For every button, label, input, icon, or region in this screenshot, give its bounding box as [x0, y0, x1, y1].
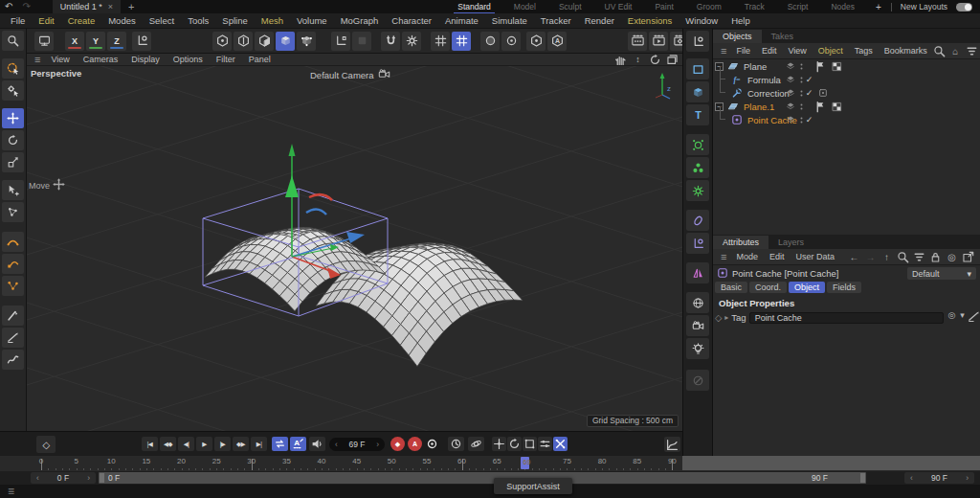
- checker-badge[interactable]: [831, 101, 843, 112]
- object-row-plane-1[interactable]: −Plane.1: [713, 100, 980, 113]
- expand-caret-icon[interactable]: ▸: [724, 313, 728, 322]
- panel-menu-edit[interactable]: Edit: [764, 249, 791, 265]
- filter-icon[interactable]: [913, 251, 925, 263]
- spinner-inc-icon[interactable]: ›: [966, 473, 969, 483]
- preset-dropdown[interactable]: Default ▾: [907, 267, 976, 280]
- jump-start-button[interactable]: |◀: [142, 437, 158, 451]
- menu-spline[interactable]: Spline: [215, 13, 254, 29]
- check-badge[interactable]: ✓: [803, 114, 815, 125]
- keyframe-dot-icon[interactable]: ◇: [715, 312, 722, 323]
- document-tab[interactable]: Untitled 1 * ×: [53, 0, 121, 13]
- menu-character[interactable]: Character: [385, 13, 438, 29]
- layout-tab-groom[interactable]: Groom: [685, 0, 733, 14]
- frame-decrement[interactable]: ‹: [335, 440, 338, 449]
- search-icon[interactable]: [897, 251, 909, 263]
- cloner-object-button[interactable]: [686, 157, 709, 178]
- jump-end-button[interactable]: ▶|: [251, 437, 267, 451]
- viewport-solo-button[interactable]: [34, 32, 54, 51]
- menu-modes[interactable]: Modes: [101, 13, 143, 29]
- spline-sketch-button[interactable]: [2, 350, 24, 370]
- object-row-correction[interactable]: Correction✓: [713, 86, 980, 100]
- section-tab-basic[interactable]: Basic: [715, 282, 747, 293]
- rotate-tool-button[interactable]: [2, 130, 24, 150]
- panel-menu-tags[interactable]: Tags: [849, 43, 879, 59]
- loop-playback-button[interactable]: [272, 437, 288, 451]
- viewport-menu-cameras[interactable]: Cameras: [77, 54, 125, 66]
- fcurve-editor-button[interactable]: [664, 437, 680, 452]
- menu-render[interactable]: Render: [578, 13, 621, 29]
- check-badge[interactable]: ✓: [803, 74, 815, 85]
- menu-animate[interactable]: Animate: [438, 13, 485, 29]
- scene-svg[interactable]: [27, 66, 682, 431]
- tab-layers[interactable]: Layers: [768, 236, 813, 249]
- workplane-mode-button[interactable]: [331, 32, 350, 51]
- scene-canvas[interactable]: Perspective Default Camera Move Grid Spa…: [27, 66, 682, 431]
- preview-range-bar[interactable]: 0 F 90 F: [99, 472, 866, 484]
- frame-increment[interactable]: ›: [376, 440, 379, 449]
- autokey-hud-button[interactable]: A: [290, 437, 306, 451]
- model-mode-button[interactable]: [276, 32, 295, 51]
- cache-badge[interactable]: [816, 87, 829, 99]
- quantize-settings-button[interactable]: [402, 32, 421, 51]
- tab-objects[interactable]: Objects: [713, 30, 762, 43]
- cube-primitive-button[interactable]: [686, 81, 709, 102]
- search-icon[interactable]: [933, 45, 946, 57]
- find-tool-button[interactable]: [2, 31, 24, 51]
- close-tab-icon[interactable]: ×: [108, 2, 113, 11]
- record-keyframe-button[interactable]: ◆: [390, 437, 405, 451]
- lock-icon[interactable]: [929, 251, 942, 263]
- layout-tab-nodes[interactable]: Nodes: [819, 0, 866, 14]
- layout-tab-standard[interactable]: Standard: [446, 0, 502, 14]
- record-pla-button[interactable]: [553, 437, 568, 451]
- menu-tools[interactable]: Tools: [181, 13, 215, 29]
- panel-menu-icon[interactable]: ≡: [717, 45, 730, 57]
- points-mode-button[interactable]: [212, 32, 232, 51]
- camera-object-button[interactable]: [686, 315, 709, 336]
- section-tab-fields[interactable]: Fields: [827, 282, 861, 293]
- lock-x-axis-button[interactable]: X: [65, 32, 84, 51]
- layout-tab-paint[interactable]: Paint: [643, 0, 684, 14]
- panel-menu-user-data[interactable]: User Data: [790, 249, 840, 265]
- grid-toggle-button[interactable]: [431, 32, 450, 51]
- spinner-dec-icon[interactable]: ‹: [910, 473, 913, 483]
- dots-badge[interactable]: [795, 60, 808, 72]
- scale-tool-button[interactable]: [2, 152, 24, 172]
- add-layout-button[interactable]: +: [866, 2, 891, 12]
- spline-primitive-button[interactable]: [686, 58, 709, 79]
- section-tab-object[interactable]: Object: [789, 282, 825, 293]
- new-tab-button[interactable]: +: [121, 1, 142, 12]
- frame-field[interactable]: ‹ 69 F ›: [329, 438, 385, 451]
- new-layouts-button[interactable]: New Layouts: [892, 2, 956, 11]
- sound-button[interactable]: [309, 437, 325, 451]
- tag-input[interactable]: Point Cache: [749, 312, 944, 324]
- expand-icon[interactable]: ▾: [957, 310, 968, 325]
- range-end-spinner[interactable]: ‹ 90 F ›: [904, 472, 974, 484]
- section-tab-coord-[interactable]: Coord.: [749, 282, 787, 293]
- spinner-inc-icon[interactable]: ›: [87, 473, 90, 483]
- edges-mode-button[interactable]: [234, 32, 253, 51]
- locked-tool-button[interactable]: [686, 370, 709, 391]
- viewport[interactable]: ≡ ViewCamerasDisplayOptionsFilterPanel ↕: [27, 54, 682, 431]
- deformer-object-button[interactable]: [686, 210, 709, 231]
- notification-toast[interactable]: SupportAssist: [494, 478, 572, 494]
- tweak-mode-button[interactable]: [2, 80, 24, 101]
- keyframe-selection-button[interactable]: [425, 437, 439, 451]
- menu-simulate[interactable]: Simulate: [485, 13, 534, 29]
- menu-mograph[interactable]: MoGraph: [334, 13, 386, 29]
- object-row-plane[interactable]: −Plane: [713, 59, 980, 73]
- filter-icon[interactable]: [966, 45, 978, 57]
- focus-icon[interactable]: ◎: [946, 251, 958, 263]
- record-rotation-button[interactable]: [507, 437, 522, 451]
- set-keyframe-button[interactable]: ◇: [36, 436, 56, 453]
- panel-menu-view[interactable]: View: [782, 43, 812, 59]
- checker-badge[interactable]: [831, 60, 843, 72]
- spline-hard-button[interactable]: [2, 254, 24, 274]
- range-start-spinner[interactable]: ‹ 0 F ›: [31, 472, 96, 484]
- previous-key-button[interactable]: ◀◆: [160, 437, 176, 451]
- enable-axis-button[interactable]: A: [547, 32, 567, 51]
- parent-up-icon[interactable]: ↑: [880, 251, 893, 263]
- spinner-dec-icon[interactable]: ‹: [36, 473, 39, 483]
- menu-tracker[interactable]: Tracker: [534, 13, 578, 29]
- pan-view-icon[interactable]: [613, 54, 628, 65]
- selection-move-button[interactable]: [2, 180, 24, 200]
